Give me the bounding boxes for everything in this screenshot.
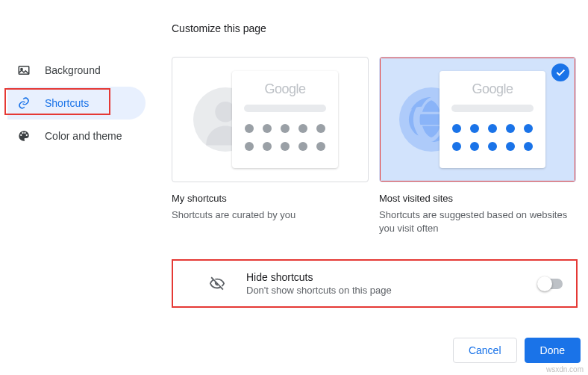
checkmark-icon xyxy=(551,63,569,81)
sidebar-item-label: Shortcuts xyxy=(45,97,89,109)
mini-browser-preview: Google xyxy=(232,71,338,168)
option-title: Most visited sites xyxy=(379,193,576,204)
hide-shortcuts-row: Hide shortcuts Don't show shortcuts on t… xyxy=(172,259,578,308)
option-most-visited[interactable]: Google Most visited sites Shortcuts are … xyxy=(379,57,576,235)
sidebar-item-background[interactable]: Background xyxy=(7,54,146,87)
toggle-knob xyxy=(537,276,552,291)
palette-icon xyxy=(16,128,31,143)
sidebar-item-label: Color and theme xyxy=(45,130,122,142)
option-title: My shortcuts xyxy=(172,193,369,204)
hide-desc: Don't show shortcuts on this page xyxy=(246,285,539,296)
visibility-off-icon xyxy=(209,276,225,292)
mini-browser-preview: Google xyxy=(440,71,545,168)
option-preview: Google xyxy=(172,57,369,182)
sidebar-item-shortcuts[interactable]: Shortcuts xyxy=(7,87,146,120)
sidebar-item-label: Background xyxy=(45,64,101,76)
hide-title: Hide shortcuts xyxy=(246,271,539,283)
main-content: Customize this page Google My shortcuts … xyxy=(172,22,581,308)
sidebar: Background Shortcuts Color and theme xyxy=(7,54,146,152)
shortcut-options: Google My shortcuts Shortcuts are curate… xyxy=(172,57,581,235)
search-bar-icon xyxy=(244,105,326,112)
option-my-shortcuts[interactable]: Google My shortcuts Shortcuts are curate… xyxy=(172,57,369,235)
link-icon xyxy=(16,96,31,111)
option-preview: Google xyxy=(379,57,576,182)
hide-shortcuts-toggle[interactable] xyxy=(539,279,563,289)
google-logo: Google xyxy=(472,81,513,97)
option-desc: Shortcuts are suggested based on website… xyxy=(379,208,576,235)
shortcut-dots xyxy=(245,124,325,151)
done-button[interactable]: Done xyxy=(525,338,581,363)
hide-text: Hide shortcuts Don't show shortcuts on t… xyxy=(246,271,539,296)
footer-actions: Cancel Done xyxy=(453,338,581,363)
option-desc: Shortcuts are curated by you xyxy=(172,208,369,222)
google-logo: Google xyxy=(264,81,305,97)
cancel-button[interactable]: Cancel xyxy=(453,338,517,363)
watermark: wsxdn.com xyxy=(546,365,584,374)
sidebar-item-color-theme[interactable]: Color and theme xyxy=(7,120,146,152)
shortcut-dots xyxy=(452,124,533,151)
image-icon xyxy=(16,63,31,78)
search-bar-icon xyxy=(451,105,534,112)
page-title: Customize this page xyxy=(172,22,581,34)
